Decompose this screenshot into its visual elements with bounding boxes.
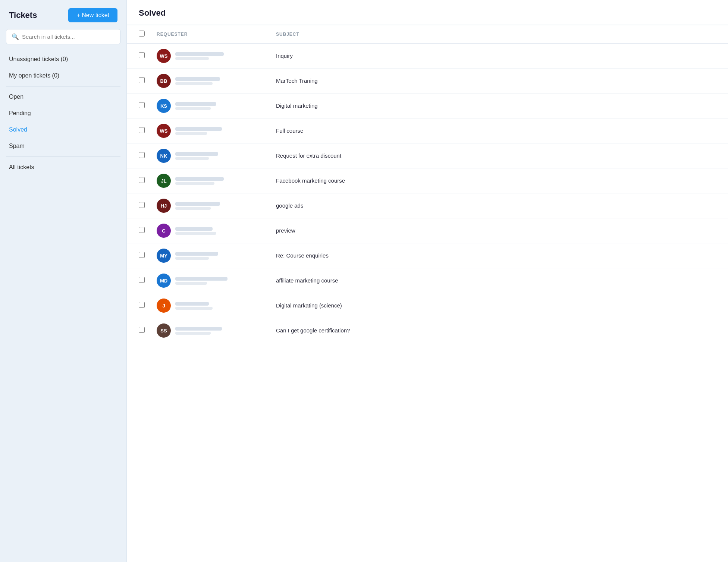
name-blur-bar — [175, 202, 220, 206]
avatar: MD — [157, 274, 171, 288]
tickets-table: REQUESTER SUBJECT WSInquiryBBMarTech Tra… — [127, 25, 728, 343]
subject-cell[interactable]: Full course — [270, 119, 728, 143]
search-input[interactable] — [22, 34, 115, 40]
requester-cell: BB — [151, 69, 270, 94]
sidebar-item-all-tickets[interactable]: All tickets — [6, 159, 120, 176]
email-blur-bar — [175, 107, 211, 110]
table-row: WSInquiry — [127, 43, 728, 69]
requester-info — [175, 327, 222, 335]
row-checkbox-cell — [127, 243, 151, 268]
name-blur-bar — [175, 177, 224, 181]
sidebar-item-pending[interactable]: Pending — [6, 105, 120, 121]
row-checkbox[interactable] — [139, 327, 145, 333]
row-checkbox[interactable] — [139, 52, 145, 58]
avatar: HJ — [157, 199, 171, 213]
requester-info — [175, 277, 228, 285]
subject-cell[interactable]: Can I get google certification? — [270, 318, 728, 343]
subject-text: Facebook marketing course — [276, 177, 345, 184]
table-row: SSCan I get google certification? — [127, 318, 728, 343]
subject-text: Can I get google certification? — [276, 327, 350, 334]
email-blur-bar — [175, 182, 214, 185]
new-ticket-button[interactable]: + New ticket — [68, 8, 117, 22]
col-requester: REQUESTER — [151, 25, 270, 43]
requester-info — [175, 252, 218, 260]
main-header: Solved — [127, 0, 728, 25]
subject-cell[interactable]: google ads — [270, 193, 728, 218]
name-blur-bar — [175, 102, 216, 106]
subject-cell[interactable]: Inquiry — [270, 43, 728, 69]
subject-cell[interactable]: Facebook marketing course — [270, 168, 728, 193]
row-checkbox-cell — [127, 268, 151, 293]
col-subject: SUBJECT — [270, 25, 728, 43]
subject-cell[interactable]: preview — [270, 218, 728, 243]
sidebar: Tickets + New ticket 🔍 Unassigned ticket… — [0, 0, 127, 562]
subject-cell[interactable]: MarTech Traning — [270, 69, 728, 94]
subject-text: google ads — [276, 202, 303, 209]
sidebar-item-my-open[interactable]: My open tickets (0) — [6, 67, 120, 84]
subject-cell[interactable]: Digital marketing — [270, 94, 728, 119]
name-blur-bar — [175, 152, 218, 156]
subject-text: Request for extra discount — [276, 152, 341, 159]
row-checkbox[interactable] — [139, 127, 145, 133]
table-row: Cpreview — [127, 218, 728, 243]
nav-divider-2 — [6, 157, 120, 157]
search-box: 🔍 — [6, 29, 120, 44]
email-blur-bar — [175, 82, 213, 85]
table-row: JLFacebook marketing course — [127, 168, 728, 193]
subject-cell[interactable]: Re: Course enquiries — [270, 243, 728, 268]
row-checkbox-cell — [127, 293, 151, 318]
sidebar-item-open[interactable]: Open — [6, 89, 120, 105]
requester-info — [175, 127, 222, 135]
select-all-checkbox[interactable] — [139, 31, 145, 37]
table-row: BBMarTech Traning — [127, 69, 728, 94]
avatar: J — [157, 299, 171, 313]
row-checkbox[interactable] — [139, 277, 145, 283]
requester-cell: JL — [151, 168, 270, 193]
table-row: HJgoogle ads — [127, 193, 728, 218]
sidebar-item-spam[interactable]: Spam — [6, 138, 120, 154]
email-blur-bar — [175, 307, 213, 310]
row-checkbox-cell — [127, 218, 151, 243]
requester-info — [175, 102, 216, 110]
row-checkbox[interactable] — [139, 77, 145, 83]
email-blur-bar — [175, 232, 216, 235]
row-checkbox[interactable] — [139, 152, 145, 158]
sidebar-item-unassigned[interactable]: Unassigned tickets (0) — [6, 51, 120, 67]
subject-text: Full course — [276, 127, 303, 134]
subject-text: Digital marketing — [276, 102, 318, 109]
name-blur-bar — [175, 77, 220, 81]
table-row: NKRequest for extra discount — [127, 143, 728, 168]
subject-cell[interactable]: Request for extra discount — [270, 143, 728, 168]
requester-cell: WS — [151, 119, 270, 143]
subject-cell[interactable]: Digital markating (science) — [270, 293, 728, 318]
sidebar-nav: Unassigned tickets (0) My open tickets (… — [0, 51, 126, 176]
sidebar-item-solved[interactable]: Solved — [6, 121, 120, 138]
requester-info — [175, 227, 216, 235]
requester-info — [175, 177, 224, 185]
row-checkbox[interactable] — [139, 202, 145, 208]
requester-cell: C — [151, 218, 270, 243]
avatar: WS — [157, 49, 171, 63]
email-blur-bar — [175, 207, 211, 210]
subject-text: MarTech Traning — [276, 78, 318, 84]
name-blur-bar — [175, 52, 224, 56]
avatar: SS — [157, 323, 171, 338]
row-checkbox[interactable] — [139, 302, 145, 308]
requester-cell: MD — [151, 268, 270, 293]
table-row: KSDigital marketing — [127, 94, 728, 119]
name-blur-bar — [175, 252, 218, 256]
table-row: MYRe: Course enquiries — [127, 243, 728, 268]
subject-cell[interactable]: affiliate marketing course — [270, 268, 728, 293]
name-blur-bar — [175, 327, 222, 331]
subject-text: Digital markating (science) — [276, 302, 342, 309]
row-checkbox[interactable] — [139, 177, 145, 183]
table-header: REQUESTER SUBJECT — [127, 25, 728, 43]
row-checkbox[interactable] — [139, 252, 145, 258]
avatar: NK — [157, 149, 171, 163]
main-content: Solved REQUESTER SUBJECT WSInquiryBBMarT… — [127, 0, 728, 562]
row-checkbox[interactable] — [139, 227, 145, 233]
name-blur-bar — [175, 127, 222, 131]
avatar: WS — [157, 124, 171, 138]
requester-info — [175, 152, 218, 160]
row-checkbox[interactable] — [139, 102, 145, 108]
